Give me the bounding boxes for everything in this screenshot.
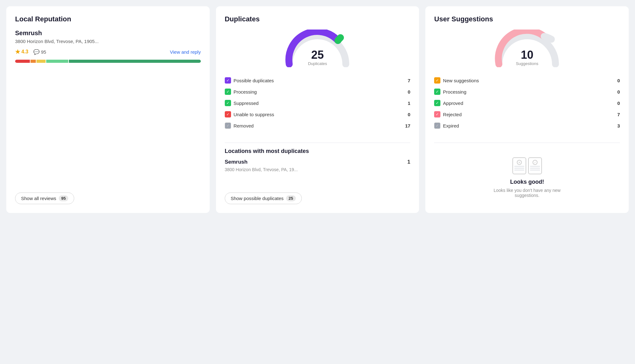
stat-label-suppressed: Suppressed — [234, 101, 259, 106]
icon-possible-duplicates: ✓ — [225, 77, 231, 84]
stat-label-expired: Expired — [443, 123, 459, 128]
show-all-label: Show all reviews — [21, 196, 56, 201]
gauge-center-suggestions: 10 Suggestions — [516, 49, 538, 66]
icon-removed: ✓ — [225, 122, 231, 129]
user-suggestions-gauge: 10 Suggestions — [434, 30, 620, 67]
looks-good-text: Looks like you don't have any new sugges… — [486, 188, 568, 198]
gauge-number-duplicates: 25 — [308, 49, 327, 61]
stat-approved: ✓ Approved 0 — [434, 97, 620, 109]
stat-value-suppressed: 1 — [408, 101, 410, 106]
stat-value-new-suggestions: 0 — [617, 78, 620, 83]
stat-processing-sug: ✓ Processing 0 — [434, 86, 620, 97]
docs-icon: ✕ ✓ — [512, 157, 542, 174]
icon-new-suggestions: ✓ — [434, 77, 440, 84]
bar-red — [15, 60, 30, 63]
dashboard: Local Reputation Semrush 3800 Horizon Bl… — [6, 6, 629, 213]
duplicates-gauge: 25 Duplicates — [225, 30, 411, 67]
icon-expired: ✓ — [434, 122, 440, 129]
stat-processing: ✓ Processing 0 — [225, 86, 411, 97]
location-address: 3800 Horizon Blvd, Trevose, PA, 19... — [225, 167, 411, 172]
divider-2 — [434, 143, 620, 143]
stat-label-new-suggestions: New suggestions — [443, 78, 479, 83]
suggestions-stats-list: ✓ New suggestions 0 ✓ Processing 0 ✓ App… — [434, 75, 620, 131]
location-name: Semrush — [225, 159, 248, 165]
stat-unable-to-suppress: ✓ Unable to suppress 0 — [225, 109, 411, 120]
rating-value: 4.3 — [21, 49, 28, 55]
stat-suppressed: ✓ Suppressed 1 — [225, 97, 411, 109]
stat-value-unable-suppress: 0 — [408, 112, 410, 117]
locations-title: Locations with most duplicates — [225, 148, 411, 155]
stat-expired: ✓ Expired 3 — [434, 120, 620, 131]
icon-unable-suppress: ✓ — [225, 111, 231, 117]
show-all-reviews-button[interactable]: Show all reviews 95 — [15, 193, 74, 204]
show-all-count: 95 — [59, 195, 68, 201]
review-count-value: 95 — [41, 49, 46, 55]
show-possible-duplicates-button[interactable]: Show possible duplicates 25 — [225, 193, 302, 204]
location-count: 1 — [407, 159, 410, 165]
business-name: Semrush — [15, 30, 201, 37]
chat-icon: 💬 — [33, 49, 40, 55]
empty-state: ✕ ✓ Looks good! Looks like you don't hav… — [434, 151, 620, 204]
gauge-label-suggestions: Suggestions — [516, 61, 538, 66]
star-icon: ★ — [15, 48, 20, 55]
duplicates-stats-list: ✓ Possible duplicates 7 ✓ Processing 0 ✓… — [225, 75, 411, 131]
review-count: 💬 95 — [33, 49, 46, 55]
star-rating: ★ 4.3 — [15, 48, 28, 55]
stat-value-processing-sug: 0 — [617, 89, 620, 95]
location-row: Semrush 1 — [225, 159, 411, 165]
icon-processing-sug: ✓ — [434, 89, 440, 95]
stat-value-rejected: 7 — [617, 112, 620, 117]
stat-label-removed: Removed — [234, 123, 254, 128]
rating-row: ★ 4.3 💬 95 View and reply — [15, 48, 201, 55]
doc-rejected: ✕ — [512, 157, 526, 174]
icon-approved: ✓ — [434, 100, 440, 106]
stat-label-unable-suppress: Unable to suppress — [234, 112, 274, 117]
rating-bar — [15, 60, 201, 63]
stat-value-possible-duplicates: 7 — [408, 78, 410, 83]
bar-orange — [30, 60, 36, 63]
doc-approved: ✓ — [528, 157, 542, 174]
show-duplicates-label: Show possible duplicates — [231, 196, 284, 201]
stat-possible-duplicates: ✓ Possible duplicates 7 — [225, 75, 411, 86]
stat-value-expired: 3 — [617, 123, 620, 128]
bar-light-green — [46, 60, 68, 63]
stat-value-processing-dup: 0 — [408, 89, 410, 95]
view-reply-button[interactable]: View and reply — [170, 49, 201, 55]
icon-suppressed: ✓ — [225, 100, 231, 106]
stat-label-approved: Approved — [443, 101, 463, 106]
stat-label-rejected: Rejected — [443, 112, 461, 117]
stat-removed: ✓ Removed 17 — [225, 120, 411, 131]
doc-check-icon: ✓ — [533, 160, 538, 165]
stat-label-processing-dup: Processing — [234, 89, 257, 95]
gauge-label-duplicates: Duplicates — [308, 61, 327, 66]
user-suggestions-title: User Suggestions — [434, 15, 620, 23]
stat-value-approved: 0 — [617, 101, 620, 106]
local-reputation-title: Local Reputation — [15, 15, 201, 23]
divider-1 — [225, 143, 411, 143]
stat-rejected: ✓ Rejected 7 — [434, 109, 620, 120]
user-suggestions-card: User Suggestions 10 Suggestions ✓ New su… — [425, 6, 629, 213]
stat-new-suggestions: ✓ New suggestions 0 — [434, 75, 620, 86]
duplicates-title: Duplicates — [225, 15, 411, 23]
gauge-center-duplicates: 25 Duplicates — [308, 49, 327, 66]
looks-good-title: Looks good! — [510, 179, 544, 185]
local-reputation-card: Local Reputation Semrush 3800 Horizon Bl… — [6, 6, 210, 213]
icon-rejected: ✓ — [434, 111, 440, 117]
doc-cross-icon: ✕ — [517, 160, 522, 165]
gauge-number-suggestions: 10 — [516, 49, 538, 61]
bar-green — [69, 60, 201, 63]
stat-label-possible-duplicates: Possible duplicates — [234, 78, 274, 83]
show-duplicates-count: 25 — [286, 195, 295, 201]
bar-yellow — [36, 60, 46, 63]
duplicates-card: Duplicates 25 Duplicates ✓ Possible dupl… — [216, 6, 419, 213]
stat-value-removed: 17 — [405, 123, 411, 128]
icon-processing-dup: ✓ — [225, 89, 231, 95]
business-address: 3800 Horizon Blvd, Trevose, PA, 1905... — [15, 39, 201, 44]
stat-label-processing-sug: Processing — [443, 89, 466, 95]
